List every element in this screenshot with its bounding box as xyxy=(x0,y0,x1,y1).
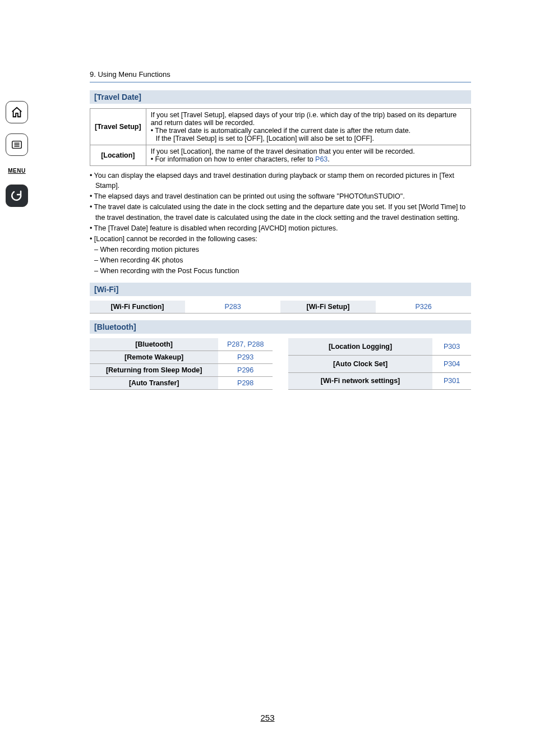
link-p293[interactable]: P293 xyxy=(237,353,253,361)
wifi-function-link: P283 xyxy=(185,301,280,314)
bt-label: [Wi-Fi network settings] xyxy=(288,372,432,390)
row-label: [Travel Setup] xyxy=(90,109,146,145)
cell-text: . xyxy=(328,155,329,163)
row-label: [Location] xyxy=(90,145,146,166)
menu-text: MENU xyxy=(8,168,25,174)
table-row: [Location Logging] P303 xyxy=(288,338,471,355)
cell-line: • For information on how to enter charac… xyxy=(151,155,466,163)
note-item: • The [Travel Date] feature is disabled … xyxy=(90,223,471,233)
bt-link: P293 xyxy=(218,351,273,364)
link-p298[interactable]: P298 xyxy=(237,379,253,387)
bt-link: P287, P288 xyxy=(218,338,273,351)
back-button[interactable] xyxy=(6,185,28,207)
bt-label: [Returning from Sleep Mode] xyxy=(90,364,218,377)
link-p63[interactable]: P63 xyxy=(315,155,328,163)
section-travel-date: [Travel Date] xyxy=(90,90,471,104)
bt-label: [Remote Wakeup] xyxy=(90,351,218,364)
page-content: 9. Using Menu Functions [Travel Date] [T… xyxy=(90,70,471,397)
link-p304[interactable]: P304 xyxy=(444,360,460,368)
table-row: [Bluetooth] P287, P288 xyxy=(90,338,273,351)
table-row: [Wi-Fi network settings] P301 xyxy=(288,372,471,390)
link-p296[interactable]: P296 xyxy=(237,366,253,374)
note-subitem: – When recording motion pictures xyxy=(90,245,471,255)
wifi-setup-label: [Wi-Fi Setup] xyxy=(280,301,376,314)
table-row: [Wi-Fi Function] P283 [Wi-Fi Setup] P326 xyxy=(90,301,471,314)
bt-label: [Auto Clock Set] xyxy=(288,355,432,372)
travel-date-table: [Travel Setup] If you set [Travel Setup]… xyxy=(90,108,471,166)
menu-label[interactable]: MENU xyxy=(8,166,25,174)
cell-text: • For information on how to enter charac… xyxy=(151,155,315,163)
cell-line: • The travel date is automatically cance… xyxy=(151,127,466,135)
chapter-heading: 9. Using Menu Functions xyxy=(90,70,471,82)
cell-line: If you set [Travel Setup], elapsed days … xyxy=(151,111,466,127)
back-arrow-icon xyxy=(10,189,24,202)
row-content: If you set [Location], the name of the t… xyxy=(146,145,471,166)
wifi-function-label: [Wi-Fi Function] xyxy=(90,301,185,314)
link-p283[interactable]: P283 xyxy=(224,303,241,311)
page-number: 253 xyxy=(0,713,535,722)
home-button[interactable] xyxy=(6,101,28,123)
wifi-table-wrap: [Wi-Fi Function] P283 [Wi-Fi Setup] P326 xyxy=(90,301,471,314)
bluetooth-right-table: [Location Logging] P303 [Auto Clock Set]… xyxy=(288,338,471,390)
contents-button[interactable] xyxy=(6,133,28,156)
note-item: • The elapsed days and travel destinatio… xyxy=(90,191,471,201)
bluetooth-left-table: [Bluetooth] P287, P288 [Remote Wakeup] P… xyxy=(90,338,273,390)
wifi-setup-link: P326 xyxy=(376,301,471,314)
section-wifi: [Wi-Fi] xyxy=(90,283,471,296)
note-item: • [Location] cannot be recorded in the f… xyxy=(90,234,471,244)
bt-link: P303 xyxy=(432,338,471,355)
note-subitem: – When recording 4K photos xyxy=(90,255,471,265)
link-p326[interactable]: P326 xyxy=(415,303,431,311)
table-row: [Auto Clock Set] P304 xyxy=(288,355,471,372)
notes-block: • You can display the elapsed days and t… xyxy=(90,170,471,276)
note-item: • You can display the elapsed days and t… xyxy=(90,170,471,191)
home-icon xyxy=(11,106,23,118)
bt-label: [Bluetooth] xyxy=(90,338,218,351)
note-subitem: – When recording with the Post Focus fun… xyxy=(90,266,471,276)
note-item: • The travel date is calculated using th… xyxy=(90,202,471,222)
row-content: If you set [Travel Setup], elapsed days … xyxy=(146,109,471,145)
cell-line: If you set [Location], the name of the t… xyxy=(151,147,466,155)
sidebar: MENU xyxy=(0,101,34,207)
bt-link: P301 xyxy=(432,372,471,390)
bt-link: P296 xyxy=(218,364,273,377)
table-row: [Remote Wakeup] P293 xyxy=(90,351,273,364)
link-p301[interactable]: P301 xyxy=(444,377,460,385)
link-p287-p288[interactable]: P287, P288 xyxy=(227,340,264,348)
bt-link: P304 xyxy=(432,355,471,372)
bt-link: P298 xyxy=(218,377,273,390)
bluetooth-table-wrap: [Bluetooth] P287, P288 [Remote Wakeup] P… xyxy=(90,338,471,390)
wifi-table: [Wi-Fi Function] P283 [Wi-Fi Setup] P326 xyxy=(90,301,471,314)
bt-label: [Auto Transfer] xyxy=(90,377,218,390)
cell-line: If the [Travel Setup] is set to [OFF], [… xyxy=(151,135,466,142)
bt-label: [Location Logging] xyxy=(288,338,432,355)
section-bluetooth: [Bluetooth] xyxy=(90,320,471,334)
table-row: [Location] If you set [Location], the na… xyxy=(90,145,471,166)
list-icon xyxy=(11,139,23,151)
table-row: [Travel Setup] If you set [Travel Setup]… xyxy=(90,109,471,145)
link-p303[interactable]: P303 xyxy=(444,343,460,351)
table-row: [Auto Transfer] P298 xyxy=(90,377,273,390)
table-row: [Returning from Sleep Mode] P296 xyxy=(90,364,273,377)
